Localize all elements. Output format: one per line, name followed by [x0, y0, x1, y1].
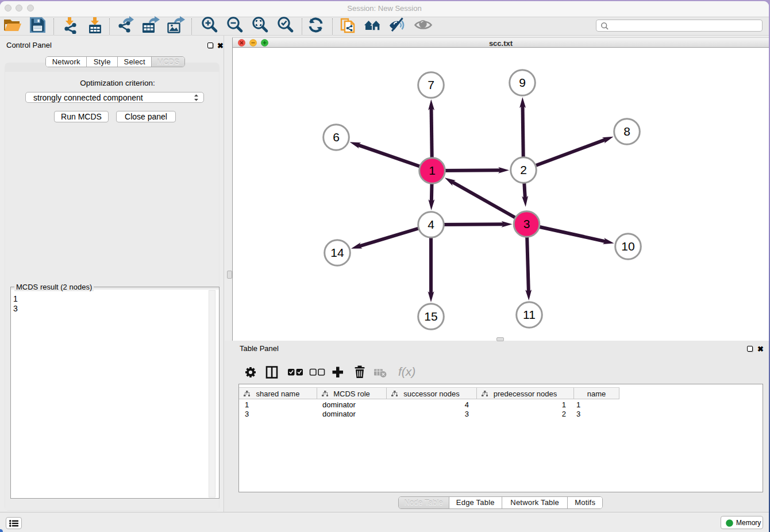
svg-text:11: 11: [523, 308, 536, 321]
svg-text:6: 6: [333, 130, 340, 144]
svg-text:9: 9: [519, 76, 526, 89]
svg-text:4: 4: [428, 218, 434, 231]
svg-text:15: 15: [424, 310, 437, 323]
svg-text:14: 14: [330, 246, 344, 259]
svg-text:7: 7: [428, 78, 434, 91]
svg-text:10: 10: [621, 240, 634, 253]
svg-text:2: 2: [520, 163, 527, 176]
svg-text:3: 3: [523, 217, 530, 230]
svg-text:1: 1: [429, 164, 436, 177]
svg-text:8: 8: [623, 125, 630, 138]
svg-text:f(x): f(x): [398, 365, 415, 378]
